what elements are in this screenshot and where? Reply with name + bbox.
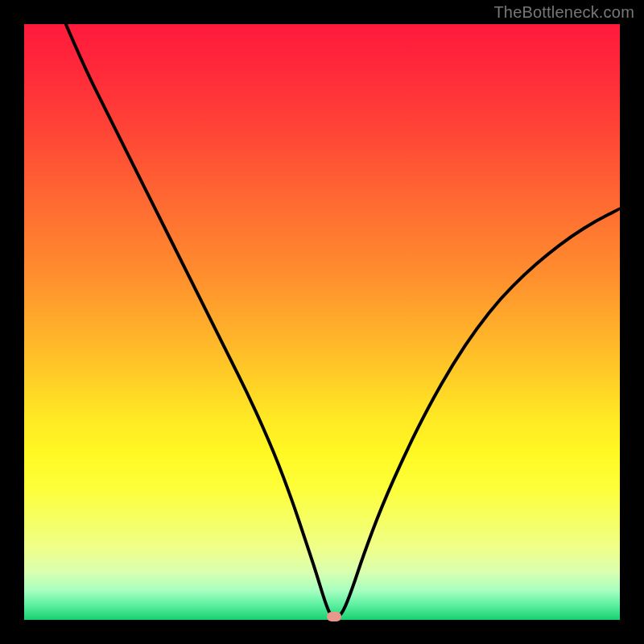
minimum-marker xyxy=(327,612,341,621)
bottleneck-curve xyxy=(24,24,620,620)
chart-frame: TheBottleneck.com xyxy=(0,0,644,644)
plot-area xyxy=(24,24,620,620)
curve-path xyxy=(66,24,620,617)
watermark-text: TheBottleneck.com xyxy=(493,3,634,22)
